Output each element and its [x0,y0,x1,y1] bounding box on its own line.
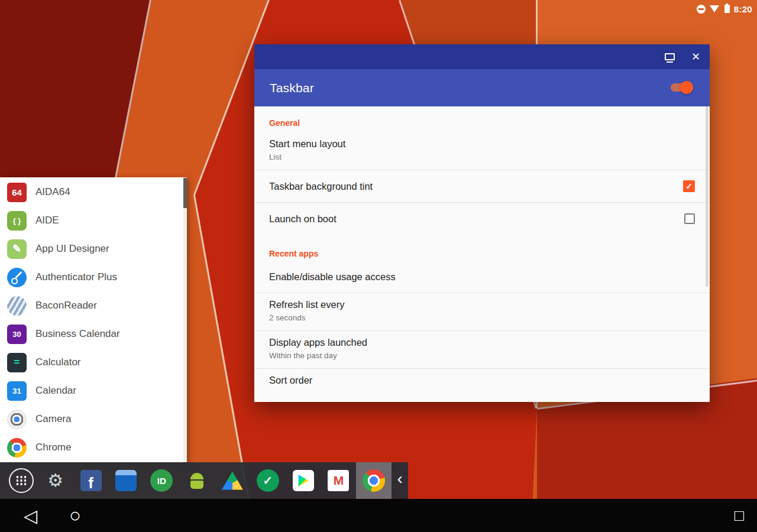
android-body [190,481,203,489]
checkbox-checked[interactable]: ✓ [683,180,695,192]
android-robot-icon [190,473,203,489]
taskbar-item-id-app[interactable]: ID [144,462,179,499]
category-recent-apps: Recent apps [254,235,710,264]
pref-subtitle: List [269,153,695,161]
wifi-icon [710,5,719,12]
app-label: AIDA64 [35,186,70,198]
checkmark-badge-icon: ✓ [257,469,279,492]
pref-taskbar-background-tint[interactable]: Taskbar background tint ✓ [254,170,710,202]
pref-title: Display apps launched [269,337,695,348]
notes-app-icon [115,470,137,491]
baconreader-icon [7,296,27,316]
pref-title: Launch on boot [269,213,337,225]
status-bar: 8:20 [697,2,752,16]
taskbar-item-notes-app[interactable] [109,462,144,499]
chrome-icon [363,469,385,492]
start-menu-item-app-ui-designer[interactable]: ✎ App UI Designer [0,235,187,263]
window-titlebar[interactable]: ✕ [254,44,710,69]
app-label: App UI Designer [35,243,109,255]
battery-icon [724,5,730,13]
back-button[interactable]: ◁ [24,505,37,526]
icon-text: 64 [12,187,22,197]
pref-subtitle: Within the past day [269,351,695,360]
icon-text: = [14,356,20,368]
chrome-icon [7,438,27,458]
taskbar-item-settings[interactable]: ⚙ [38,462,73,499]
start-menu-item-camera[interactable]: Camera [0,405,187,433]
aida64-app-icon: 64 [7,183,27,202]
icon-text: 30 [12,330,21,339]
start-menu-item-chrome[interactable]: Chrome [0,433,187,462]
android-head [190,473,203,479]
app-label: AIDE [35,215,59,226]
maximize-window-icon[interactable] [665,53,675,60]
close-window-button[interactable]: ✕ [691,51,700,62]
start-menu-scrollbar-track[interactable] [183,177,187,462]
all-apps-button[interactable] [5,462,38,499]
android-desktop: 8:20 64 AIDA64 { } AIDE ✎ App UI Designe… [0,0,757,532]
app-label: BaconReader [35,300,97,312]
start-menu: 64 AIDA64 { } AIDE ✎ App UI Designer Aut… [0,177,187,462]
pref-launch-on-boot[interactable]: Launch on boot [254,203,710,235]
start-menu-item-calendar[interactable]: 31 Calendar [0,377,187,405]
calculator-icon: = [7,353,27,372]
pref-sort-order[interactable]: Sort order [254,369,710,397]
start-menu-item-aida64[interactable]: 64 AIDA64 [0,178,187,206]
start-menu-item-business-calendar[interactable]: 30 Business Calendar [0,320,187,348]
taskbar-item-verified-app[interactable]: ✓ [250,462,286,499]
apps-grid-icon [9,468,34,493]
app-label: Authenticator Plus [35,271,117,283]
recents-button[interactable]: □ [735,507,744,525]
pref-start-menu-layout[interactable]: Start menu layout List [254,132,710,170]
app-header: Taskbar [254,69,710,106]
taskbar-enable-toggle[interactable] [671,83,691,92]
pref-title: Enable/disable usage access [269,271,396,283]
navigation-bar: ◁ ○ □ [0,499,757,532]
pref-refresh-list[interactable]: Refresh list every 2 seconds [254,293,710,330]
start-menu-item-baconreader[interactable]: BaconReader [0,291,187,320]
app-label: Camera [35,413,71,425]
pref-title: Taskbar background tint [269,181,373,192]
taskbar-item-android-app[interactable] [179,462,215,499]
gear-icon: ⚙ [47,472,63,489]
clock: 8:20 [734,4,752,14]
taskbar-settings-window: ✕ Taskbar General Start menu layout List… [254,44,710,402]
pref-title: Sort order [269,375,695,386]
taskbar-collapse-button[interactable]: ‹ [392,462,408,499]
aide-app-icon: { } [7,211,27,231]
window-scrollbar-thumb[interactable] [706,106,709,287]
authenticator-key-icon [7,268,27,287]
taskbar-item-google-drive[interactable] [215,462,250,499]
pref-usage-access[interactable]: Enable/disable usage access [254,264,710,293]
google-drive-icon [222,472,243,490]
taskbar: ⚙ f ID ✓ M ‹ [0,462,408,499]
taskbar-item-play-store[interactable] [286,462,321,499]
icon-text: ✎ [12,242,21,255]
home-button[interactable]: ○ [69,504,81,527]
toggle-knob [680,81,693,94]
start-menu-item-aide[interactable]: { } AIDE [0,206,187,235]
taskbar-item-gmail[interactable]: M [321,462,356,499]
pref-title: Refresh list every [269,299,695,310]
dots-grid-icon [15,475,27,486]
category-general: General [254,106,710,132]
app-label: Calculator [35,356,81,368]
gmail-icon: M [328,470,349,491]
pref-title: Start menu layout [269,138,695,150]
app-label: Chrome [35,442,71,453]
start-menu-item-authenticator-plus[interactable]: Authenticator Plus [0,263,187,291]
start-menu-item-calculator[interactable]: = Calculator [0,348,187,377]
app-ui-designer-icon: ✎ [7,239,27,259]
do-not-disturb-icon [697,5,706,14]
taskbar-item-chrome-active[interactable] [356,462,392,499]
app-title: Taskbar [254,81,314,95]
app-label: Calendar [35,385,76,397]
play-triangle-icon [297,475,309,486]
calendar-icon: 31 [7,381,27,401]
start-menu-scrollbar-thumb[interactable] [183,178,187,208]
pref-display-apps-launched[interactable]: Display apps launched Within the past da… [254,331,710,368]
taskbar-item-facebook[interactable]: f [73,462,109,499]
business-calendar-icon: 30 [7,325,27,344]
play-store-icon [293,470,314,491]
checkbox-unchecked[interactable] [684,213,695,224]
